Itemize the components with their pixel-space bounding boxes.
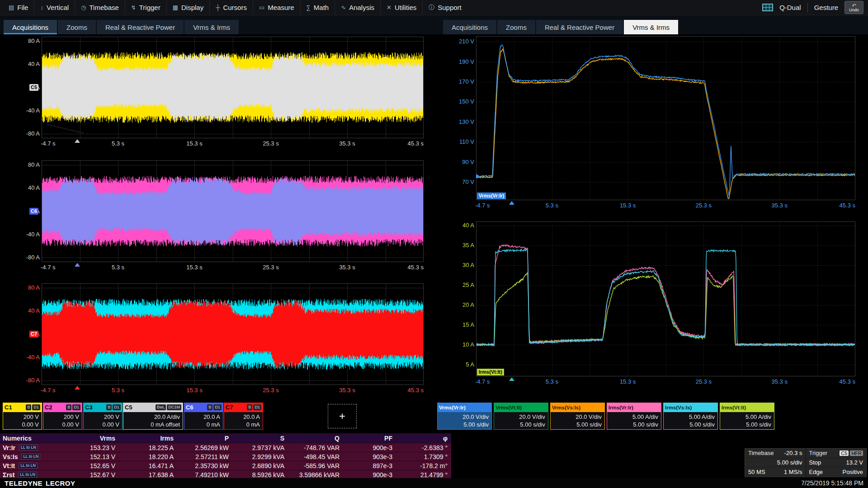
brand-teledyne: TELEDYNE [5,479,42,487]
function-descriptor-vrms-vs-is[interactable]: Vrms(Vs:Is)20.0 V/div5.00 s/div [550,403,605,430]
numerics-value: -178.2 m° [396,462,451,469]
channel-badges: BD1 [26,404,40,410]
datetime: 7/25/2019 5:15:48 PM [801,479,863,487]
timebase-trigger-panel[interactable]: Timebase -20.3 s 5.00 s/div 50 MS 1 MS/s… [745,448,867,477]
numerics-value: 8.5926 kVA [232,471,288,479]
teledyne-lecroy-logo: TELEDYNE LECROY [5,479,75,487]
timebase-summary[interactable]: Timebase -20.3 s 5.00 s/div 50 MS 1 MS/s [745,449,806,477]
numerics-header-s: S [232,435,288,442]
function-values: 20.0 V/div5.00 s/div [494,412,548,430]
numerics-header-row: NumericsVrmsIrmsPSQPFφ [0,433,451,443]
numerics-row-rst: ΣrstLL to LN152.67 V17.638 A7.49210 kW8.… [0,470,451,479]
channel-descriptor-c3[interactable]: C3BD1200 V0.00 V [83,403,123,430]
channel-id: C3 [85,404,93,411]
status-bar: TELEDYNE LECROY 7/25/2019 5:15:48 PM [0,478,868,488]
trigger-badges: C5 HFR [840,450,863,456]
function-descriptor-vrms-vr-ir[interactable]: Vrms(Vr:Ir)20.0 V/div5.00 s/div [437,403,492,430]
function-scale: 20.0 V/div [438,413,489,421]
trigger-level: 13.2 V [846,459,863,466]
numerics-header-numerics: Numerics [0,435,63,442]
function-scale: 5.00 A/div [607,413,658,421]
trigger-summary[interactable]: Trigger C5 HFR Stop 13.2 V Edge Positive [806,449,867,477]
channel-offset: 0.00 V [3,421,39,428]
channel-badges: BD1 [207,404,222,410]
function-values: 5.00 A/div5.00 s/div [663,412,718,430]
sample-count: 50 MS [748,469,765,475]
row-name: Vs:Is [3,453,18,460]
function-timebase: 5.00 s/div [664,421,715,428]
row-coupling-badge: LL to LN [18,472,37,478]
numerics-table: NumericsVrmsIrmsPSQPFφVr:IrLL to LN153.2… [0,433,451,479]
numerics-row-name[interactable]: Vs:IsLL to LN [0,453,63,460]
function-values: 5.00 A/div5.00 s/div [607,412,661,430]
channel-badges: BD1 [66,404,80,410]
function-descriptor-irms-vr-ir[interactable]: Irms(Vr:Ir)5.00 A/div5.00 s/div [607,403,661,430]
numerics-value: 2.57211 kW [177,453,232,460]
numerics-value: -2.6383 ° [396,444,451,451]
numerics-row-name[interactable]: Vr:IrLL to LN [0,444,63,451]
numerics-row-name[interactable]: ΣrstLL to LN [0,471,63,479]
numerics-value: -498.45 VAR [288,453,343,460]
trigger-row: Trigger C5 HFR [806,449,867,458]
numerics-value: 2.35730 kW [177,462,232,469]
channel-badge: D1 [253,404,261,410]
numerics-value: 152.67 V [63,471,119,479]
acquisition-state: Stop [809,459,821,466]
function-timebase: 5.00 s/div [494,421,545,428]
function-descriptor-vrms-vt-it[interactable]: Vrms(Vt:It)20.0 V/div5.00 s/div [494,403,548,430]
channel-badges: BwLDC1M [156,404,181,410]
row-name: Vr:Ir [3,444,15,451]
channel-badge: B [106,404,112,410]
channel-scale: 20.0 A [224,413,260,421]
channel-header: C5BwLDC1M [123,403,183,412]
function-timebase: 5.00 s/div [551,421,602,428]
channel-badge: DC1M [167,404,181,410]
trigger-type: Edge [809,469,823,475]
function-values: 20.0 V/div5.00 s/div [550,412,605,430]
channel-descriptor-c7[interactable]: C7BD120.0 A0 mA [224,403,263,430]
channel-header: C7BD1 [224,403,263,412]
channel-badge: D1 [213,404,222,410]
function-header: Irms(Vt:It) [720,403,774,412]
numerics-value: 1.7309 ° [396,453,451,460]
trigger-type-row: Edge Positive [806,467,867,477]
numerics-value: 2.6890 kVA [232,462,288,469]
channel-badge: B [207,404,212,410]
add-trace-button[interactable]: + [328,404,357,428]
channel-descriptor-c1[interactable]: C1BD1200 V0.00 V [3,403,42,430]
numerics-value: 152.13 V [63,453,119,460]
channel-descriptor-c2[interactable]: C2BD1200 V0.00 V [43,403,82,430]
timebase-label: Timebase [748,450,774,456]
numerics-header-p: P [177,435,232,442]
channel-header: C1BD1 [3,403,42,412]
oscilloscope-app: ▤File↕Vertical◷Timebase↯Trigger▦Display┼… [0,0,868,488]
row-name: Σrst [3,471,14,479]
numerics-value: 18.220 A [119,453,177,460]
function-label: Vrms(Vt:It) [495,405,522,410]
channel-offset: 0 mA offset [123,421,180,428]
channel-scale: 20.0 A [184,413,220,421]
function-scale: 20.0 V/div [551,413,602,421]
channel-values: 200 V0.00 V [3,412,42,430]
function-scale: 5.00 A/div [664,413,715,421]
function-descriptor-irms-vt-it[interactable]: Irms(Vt:It)5.00 A/div5.00 s/div [720,403,774,430]
function-descriptor-irms-vs-is[interactable]: Irms(Vs:Is)5.00 A/div5.00 s/div [663,403,718,430]
numerics-value: 900e-3 [343,444,396,451]
function-header: Vrms(Vs:Is) [550,403,605,412]
channel-scale: 200 V [43,413,79,421]
channel-descriptor-c5[interactable]: C5BwLDC1M20.0 A/div0 mA offset [123,403,183,430]
trigger-label: Trigger [809,450,828,456]
channel-values: 20.0 A0 mA [224,412,263,430]
channel-values: 20.0 A/div0 mA offset [123,412,183,430]
numerics-row-name[interactable]: Vt:ItLL to LN [0,462,63,469]
numerics-value: -748.76 VAR [288,444,343,451]
numerics-value: 3.59866 kVAR [288,471,343,479]
row-coupling-badge: LL to LN [21,454,40,460]
function-label: Vrms(Vr:Ir) [439,405,466,410]
numerics-value: 152.65 V [63,462,119,469]
channel-descriptor-c6[interactable]: C6BD120.0 A0 mA [184,403,223,430]
channel-id: C2 [45,404,52,411]
channel-scale: 200 V [84,413,119,421]
function-label: Vrms(Vs:Is) [552,405,580,410]
channel-header: C2BD1 [43,403,82,412]
